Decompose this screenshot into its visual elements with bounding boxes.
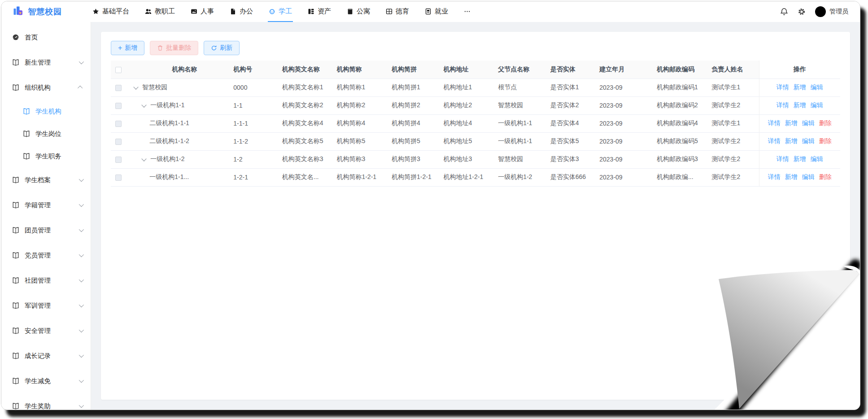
detail-link[interactable]: 详情 <box>776 155 789 162</box>
detail-link[interactable]: 详情 <box>776 101 789 109</box>
nav-item-base-platform[interactable]: 基础平台 <box>92 1 130 22</box>
sidebar-item-student-status[interactable]: 学籍管理 <box>1 192 91 218</box>
row-checkbox[interactable] <box>115 121 122 127</box>
sidebar-item-clubs[interactable]: 社团管理 <box>1 268 91 293</box>
trash-icon <box>157 45 163 51</box>
edit-link[interactable]: 编辑 <box>802 173 815 180</box>
cell-org-pinyin: 机构简拼1 <box>387 79 439 96</box>
delete-link[interactable]: 删除 <box>819 119 832 127</box>
row-checkbox[interactable] <box>115 139 122 145</box>
row-checkbox[interactable] <box>115 175 122 181</box>
sidebar-label: 党员管理 <box>25 251 51 260</box>
delete-link[interactable]: 删除 <box>819 137 832 144</box>
nav-item-hr[interactable]: 人事 <box>190 1 215 22</box>
cell-org-en-name: 机构英文名称4 <box>278 114 332 132</box>
batch-delete-button[interactable]: 批量删除 <box>150 41 198 55</box>
row-checkbox[interactable] <box>115 103 122 109</box>
sidebar-item-growth-records[interactable]: 成长记录 <box>1 343 91 368</box>
cell-org-abbr: 机构简称3 <box>332 150 387 168</box>
add-child-link[interactable]: 新增 <box>794 83 806 91</box>
book-icon <box>12 377 19 384</box>
cell-parent-node: 根节点 <box>493 79 546 96</box>
header-is-entity: 是否实体 <box>546 61 595 79</box>
campus-logo-icon <box>12 5 24 18</box>
expand-chevron-icon[interactable] <box>142 102 147 107</box>
add-button-label: 新增 <box>125 44 137 52</box>
edit-link[interactable]: 编辑 <box>811 155 823 162</box>
detail-link[interactable]: 详情 <box>768 137 781 144</box>
select-all-checkbox[interactable] <box>115 67 122 73</box>
detail-link[interactable]: 详情 <box>768 119 781 127</box>
cell-org-abbr: 机构简称4 <box>332 114 387 132</box>
book-icon <box>23 108 30 115</box>
table-row: 一级机构1-1 1-1 机构英文名称2 机构简称2 机构简拼2 机构地址2 智慧… <box>111 96 840 114</box>
sidebar-item-military-training[interactable]: 军训管理 <box>1 293 91 318</box>
row-checkbox[interactable] <box>115 157 122 163</box>
cell-org-abbr: 机构简称5 <box>332 132 387 150</box>
delete-link[interactable]: 删除 <box>819 173 832 180</box>
sidebar-item-party-members[interactable]: 党员管理 <box>1 243 91 268</box>
sidebar-label: 学生减免 <box>25 377 51 385</box>
sidebar-item-student-archives[interactable]: 学生档案 <box>1 167 91 192</box>
sidebar-subitem-student-duty[interactable]: 学生职务 <box>1 145 91 167</box>
edit-link[interactable]: 编辑 <box>811 83 823 91</box>
edit-link[interactable]: 编辑 <box>802 119 815 127</box>
edit-link[interactable]: 编辑 <box>811 101 823 109</box>
sidebar-subitem-student-org[interactable]: 学生机构 <box>1 100 91 122</box>
header-org-address: 机构地址 <box>439 61 494 79</box>
nav-item-office[interactable]: 办公 <box>229 1 254 22</box>
sidebar-item-tuition-reduction[interactable]: 学生减免 <box>1 368 91 393</box>
cell-org-pinyin: 机构简拼2 <box>387 96 439 114</box>
add-child-link[interactable]: 新增 <box>785 119 798 127</box>
sidebar-label: 学生机构 <box>35 107 61 116</box>
settings-gear-button[interactable] <box>798 8 806 16</box>
add-child-link[interactable]: 新增 <box>794 101 806 109</box>
sidebar-label: 组织机构 <box>25 83 51 92</box>
refresh-button[interactable]: 刷新 <box>204 41 240 55</box>
notification-bell-button[interactable] <box>780 8 788 16</box>
expand-chevron-icon[interactable] <box>142 156 147 161</box>
sidebar-item-organization[interactable]: 组织机构 <box>1 75 91 100</box>
main-content: +新增 批量删除 刷新 机构名称 机构号 机构英文名称 机构简称 机构简拼 <box>91 22 860 410</box>
header-founded-month: 建立年月 <box>595 61 652 79</box>
nav-item-apartment[interactable]: 公寓 <box>346 1 371 22</box>
add-child-link[interactable]: 新增 <box>785 173 798 180</box>
app-logo[interactable]: 智慧校园 <box>12 5 62 18</box>
cell-org-address: 机构地址1-2-1 <box>439 168 494 186</box>
table-body: 智慧校园 0000 机构英文名称1 机构简称1 机构简拼1 机构地址1 根节点 … <box>111 79 840 186</box>
photo-icon <box>191 8 197 15</box>
add-button[interactable]: +新增 <box>111 41 144 55</box>
cell-zip-code: 机构邮政编码1 <box>652 79 707 96</box>
user-menu[interactable]: 管理员 <box>815 6 848 17</box>
nav-item-employment[interactable]: 就业 <box>424 1 449 22</box>
detail-link[interactable]: 详情 <box>768 173 781 180</box>
sidebar-item-student-aid[interactable]: 学生奖助 <box>1 393 91 410</box>
expand-chevron-icon[interactable] <box>134 84 139 89</box>
app-title: 智慧校园 <box>28 6 62 17</box>
nav-more-button[interactable] <box>463 1 471 22</box>
add-child-link[interactable]: 新增 <box>785 137 798 144</box>
cell-leader-name: 测试学生2 <box>707 96 759 114</box>
nav-item-moral-education[interactable]: 德育 <box>385 1 410 22</box>
nav-item-assets[interactable]: 资产 <box>307 1 332 22</box>
sidebar-item-freshman[interactable]: 新生管理 <box>1 50 91 75</box>
cell-is-entity: 是否实体2 <box>546 96 595 114</box>
header-leader-name: 负责人姓名 <box>707 61 759 79</box>
nav-item-staff[interactable]: 教职工 <box>144 1 176 22</box>
cell-org-code: 1-2 <box>229 150 278 168</box>
row-checkbox[interactable] <box>115 85 122 91</box>
refresh-icon <box>211 45 217 51</box>
sidebar-subitem-student-post[interactable]: 学生岗位 <box>1 122 91 145</box>
header-zip-code: 机构邮政编码 <box>652 61 707 79</box>
nav-item-student-affairs[interactable]: 学工 <box>268 1 293 22</box>
refresh-button-label: 刷新 <box>220 44 232 52</box>
add-child-link[interactable]: 新增 <box>794 155 806 162</box>
sidebar-item-safety[interactable]: 安全管理 <box>1 318 91 343</box>
sidebar-item-home[interactable]: 首页 <box>1 25 91 50</box>
edit-link[interactable]: 编辑 <box>802 137 815 144</box>
detail-link[interactable]: 详情 <box>776 83 789 91</box>
table-row: 二级机构1-1-1 1-1-1 机构英文名称4 机构简称4 机构简拼4 机构地址… <box>111 114 840 132</box>
sidebar-item-league-members[interactable]: 团员管理 <box>1 218 91 243</box>
cell-parent-node: 智慧校园 <box>493 150 546 168</box>
cell-founded-month: 2023-09 <box>595 114 652 132</box>
